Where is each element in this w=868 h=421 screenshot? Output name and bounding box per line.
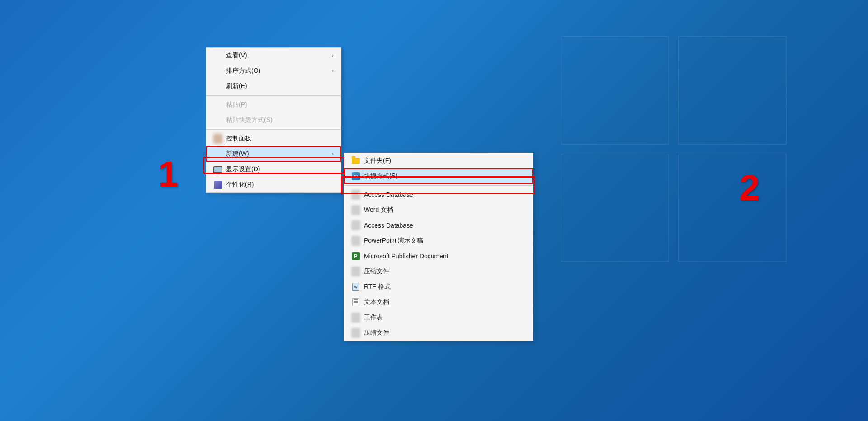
menu-item-paste-label: 粘贴(P) (226, 101, 334, 109)
access-db-1-icon (351, 190, 360, 199)
menu-item-publisher-label: Microsoft Publisher Document (364, 253, 526, 260)
menu-item-text-doc[interactable]: 文本文档 (344, 295, 533, 310)
personalize-icon (213, 180, 222, 189)
control-panel-icon (213, 134, 222, 143)
refresh-icon (213, 82, 222, 91)
menu-item-rtf[interactable]: W RTF 格式 (344, 279, 533, 295)
separator-3 (344, 185, 533, 186)
text-doc-icon (351, 298, 360, 307)
sort-icon (213, 66, 222, 75)
compress-icon (351, 267, 360, 276)
new-arrow-icon: › (332, 151, 334, 157)
separator-2 (206, 129, 341, 130)
menu-item-sort-label: 排序方式(O) (226, 67, 328, 75)
menu-item-paste[interactable]: 粘贴(P) (206, 97, 341, 112)
rtf-icon: W (351, 282, 360, 291)
sort-arrow-icon: › (332, 68, 334, 74)
folder-icon (351, 156, 360, 165)
menu-item-shortcut[interactable]: ⊞ 快捷方式(S) (344, 168, 533, 184)
menu-item-access-db-2-label: Access Database (364, 222, 526, 229)
menu-item-paste-shortcut[interactable]: 粘贴快捷方式(S) (206, 112, 341, 128)
menu-item-paste-shortcut-label: 粘贴快捷方式(S) (226, 116, 334, 124)
menu-item-control-panel[interactable]: 控制面板 (206, 131, 341, 146)
view-arrow-icon: › (332, 52, 334, 59)
menu-item-publisher[interactable]: P Microsoft Publisher Document (344, 248, 533, 264)
menu-item-personalize-label: 个性化(R) (226, 181, 334, 189)
publisher-icon: P (351, 252, 360, 261)
menu-item-folder-label: 文件夹(F) (364, 157, 526, 165)
menu-item-refresh-label: 刷新(E) (226, 82, 334, 90)
view-icon (213, 51, 222, 60)
menu-item-workbook[interactable]: 工作表 (344, 310, 533, 325)
menu-item-powerpoint-label: PowerPoint 演示文稿 (364, 237, 526, 245)
powerpoint-icon (351, 236, 360, 245)
step-1-label: 1 (158, 154, 179, 195)
desktop-context-menu: 查看(V) › 排序方式(O) › 刷新(E) 粘贴(P) 粘贴快捷方式(S) … (206, 47, 341, 193)
menu-item-text-doc-label: 文本文档 (364, 298, 526, 306)
menu-item-view-label: 查看(V) (226, 51, 328, 60)
menu-item-display-label: 显示设置(D) (226, 165, 334, 173)
menu-item-word-label: Word 文档 (364, 206, 526, 214)
menu-item-compress-label: 压缩文件 (364, 267, 526, 276)
menu-item-folder[interactable]: 文件夹(F) (344, 153, 533, 168)
menu-item-new[interactable]: 新建(W) › (206, 146, 341, 162)
menu-item-word[interactable]: Word 文档 (344, 202, 533, 218)
word-icon (351, 206, 360, 215)
menu-item-zip-label: 压缩文件 (364, 329, 526, 337)
zip-icon (351, 328, 360, 337)
paste-icon (213, 100, 222, 109)
shortcut-icon: ⊞ (351, 172, 360, 181)
menu-item-zip[interactable]: 压缩文件 (344, 325, 533, 341)
menu-item-view[interactable]: 查看(V) › (206, 48, 341, 63)
menu-item-access-db-1-label: Access Database (364, 191, 526, 198)
menu-item-rtf-label: RTF 格式 (364, 283, 526, 291)
menu-item-refresh[interactable]: 刷新(E) (206, 79, 341, 94)
menu-item-workbook-label: 工作表 (364, 313, 526, 322)
display-settings-icon (213, 165, 222, 174)
menu-item-access-db-2[interactable]: Access Database (344, 218, 533, 233)
windows-logo-watermark (561, 36, 787, 262)
step-2-label: 2 (740, 167, 760, 209)
menu-item-compress[interactable]: 压缩文件 (344, 264, 533, 279)
menu-item-shortcut-label: 快捷方式(S) (364, 172, 526, 180)
menu-item-new-label: 新建(W) (226, 150, 328, 158)
access-db-2-icon (351, 221, 360, 230)
menu-item-sort[interactable]: 排序方式(O) › (206, 63, 341, 79)
new-submenu: 文件夹(F) ⊞ 快捷方式(S) Access Database Word 文档… (344, 153, 533, 341)
workbook-icon (351, 313, 360, 322)
menu-item-personalize[interactable]: 个性化(R) (206, 177, 341, 192)
menu-item-control-panel-label: 控制面板 (226, 135, 334, 143)
new-icon (213, 150, 222, 159)
menu-item-display[interactable]: 显示设置(D) (206, 162, 341, 177)
menu-item-powerpoint[interactable]: PowerPoint 演示文稿 (344, 233, 533, 248)
separator-1 (206, 95, 341, 96)
paste-shortcut-icon (213, 116, 222, 125)
menu-item-access-db-1[interactable]: Access Database (344, 187, 533, 202)
